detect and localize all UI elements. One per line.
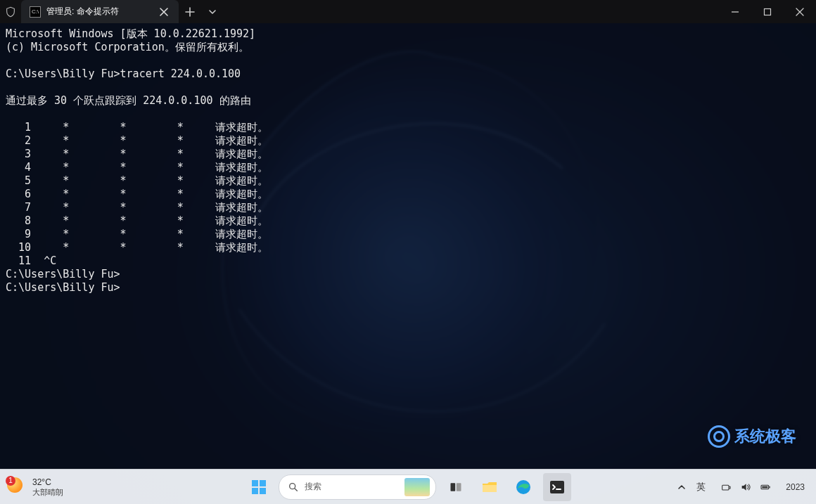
tab-close-button[interactable] [158, 6, 170, 18]
tab-dropdown-button[interactable] [201, 0, 224, 23]
taskbar: 1 32°C 大部晴朗 搜索 [0, 469, 816, 504]
svg-rect-2 [260, 480, 266, 486]
search-icon [288, 482, 299, 493]
tab-cmd[interactable]: C:\ 管理员: 命令提示符 [21, 0, 179, 23]
network-icon [720, 481, 732, 493]
svg-rect-3 [252, 488, 258, 494]
taskbar-widgets-button[interactable]: 1 32°C 大部晴朗 [0, 477, 148, 497]
svg-rect-10 [550, 481, 564, 493]
taskbar-search-box[interactable]: 搜索 [279, 474, 436, 500]
battery-icon [759, 481, 772, 493]
svg-rect-4 [260, 488, 266, 494]
svg-rect-14 [763, 486, 768, 488]
svg-rect-13 [770, 486, 770, 488]
clock-year: 2023 [786, 482, 805, 492]
ime-indicator[interactable]: 英 [696, 481, 706, 493]
taskbar-clock[interactable]: 2023 [786, 482, 805, 492]
new-tab-button[interactable] [179, 0, 201, 23]
search-highlight-image [404, 478, 430, 496]
notification-badge: 1 [6, 476, 15, 486]
volume-icon [739, 481, 752, 493]
titlebar[interactable]: C:\ 管理员: 命令提示符 [0, 0, 816, 23]
svg-rect-6 [451, 483, 456, 491]
tray-overflow-button[interactable] [675, 481, 688, 493]
weather-icon: 1 [7, 477, 27, 497]
terminal-taskbar-button[interactable] [543, 473, 571, 501]
svg-rect-1 [252, 480, 258, 486]
svg-rect-8 [483, 485, 497, 492]
terminal-output[interactable]: Microsoft Windows [版本 10.0.22621.1992] (… [0, 23, 816, 470]
start-button[interactable] [245, 473, 273, 501]
window-close-button[interactable] [784, 0, 816, 23]
svg-rect-7 [457, 483, 461, 491]
uac-shield-icon [4, 6, 17, 18]
maximize-button[interactable] [751, 0, 784, 23]
system-tray-group[interactable] [714, 478, 777, 496]
search-placeholder: 搜索 [305, 481, 321, 493]
minimize-button[interactable] [719, 0, 751, 23]
task-view-button[interactable] [442, 473, 470, 501]
terminal-window: C:\ 管理员: 命令提示符 Microsoft Windows [版本 10.… [0, 0, 816, 470]
cmd-icon: C:\ [30, 6, 41, 18]
weather-temp: 32°C [32, 477, 63, 487]
explorer-button[interactable] [476, 473, 504, 501]
tab-title: 管理员: 命令提示符 [46, 6, 119, 18]
svg-rect-0 [765, 8, 771, 15]
svg-rect-11 [722, 485, 729, 490]
weather-desc: 大部晴朗 [32, 487, 63, 497]
svg-point-5 [290, 483, 295, 489]
edge-button[interactable] [509, 473, 537, 501]
